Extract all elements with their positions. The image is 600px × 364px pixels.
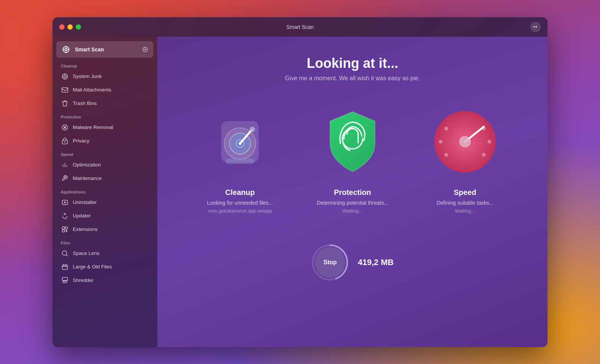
svg-point-7 [144,49,146,50]
protection-card-title: Protection [334,188,371,197]
trash-bins-label: Trash Bins [73,100,97,106]
cards-row: Cleanup Looking for unneeded files... co… [172,104,532,214]
large-files-icon [61,263,69,271]
system-junk-icon [61,72,69,81]
space-lens-label: Space Lens [73,250,99,256]
more-options-button[interactable]: •• [530,22,541,32]
privacy-label: Privacy [73,138,89,144]
svg-point-41 [444,153,448,157]
svg-point-1 [65,48,67,51]
main-window: Smart Scan •• Smart Scan [52,17,548,347]
malware-removal-label: Malware Removal [73,124,113,130]
speed-icon-wrapper [428,104,502,179]
sidebar-item-malware-removal[interactable]: Malware Removal [52,121,157,134]
section-header-cleanup: Cleanup [52,59,157,70]
malware-icon [61,123,69,132]
section-header-applications: Applications [52,185,157,196]
svg-point-39 [444,127,448,130]
space-lens-icon [61,249,69,258]
main-title: Looking at it... [307,55,398,71]
smart-scan-badge [141,46,149,53]
minimize-button[interactable] [68,24,73,30]
optimization-label: Optimization [73,162,101,168]
svg-line-27 [66,255,68,256]
speed-card-title: Speed [454,188,476,197]
sidebar-item-large-old-files[interactable]: Large & Old Files [52,260,157,274]
svg-point-44 [482,153,486,157]
sidebar-item-mail-attachments[interactable]: Mail Attachments [52,83,157,97]
sidebar-item-privacy[interactable]: Privacy [52,134,157,148]
maximize-button[interactable] [76,24,81,30]
mail-attachments-label: Mail Attachments [73,87,111,93]
sidebar-item-system-junk[interactable]: System Junk [52,70,157,83]
protection-card-status: Determining potential threats... [317,200,388,206]
optimization-icon [61,161,69,169]
svg-rect-23 [62,227,64,229]
protection-card-detail: Waiting... [342,208,363,214]
svg-rect-30 [62,280,68,281]
card-cleanup: Cleanup Looking for unneeded files... co… [191,104,289,214]
svg-rect-37 [226,159,254,164]
updater-label: Updater [73,213,91,219]
size-badge: 419,2 MB [358,258,393,267]
svg-point-36 [250,127,255,132]
card-protection: Protection Determining potential threats… [304,104,401,214]
svg-point-18 [64,141,66,142]
section-header-files: Files [52,236,157,247]
uninstaller-label: Uninstaller [73,199,97,205]
close-button[interactable] [59,24,64,30]
svg-point-9 [64,75,66,78]
svg-point-43 [488,140,491,144]
sidebar-item-space-lens[interactable]: Space Lens [52,247,157,260]
shredder-icon [61,276,69,285]
main-subtitle: Give me a moment. We all wish it was eas… [285,75,420,82]
section-header-speed: Speed [52,148,157,158]
svg-rect-14 [62,88,68,92]
sidebar-item-smart-scan[interactable]: Smart Scan [56,41,153,58]
bottom-area: Stop 419,2 MB [311,244,393,281]
sidebar-item-uninstaller[interactable]: Uninstaller [52,196,157,209]
svg-rect-29 [62,277,68,280]
sidebar-item-trash-bins[interactable]: Trash Bins [52,97,157,110]
privacy-icon [61,137,69,145]
sidebar-item-maintenance[interactable]: Maintenance [52,172,157,185]
system-junk-label: System Junk [73,73,102,79]
main-layout: Smart Scan Cleanup [52,37,548,347]
maintenance-label: Maintenance [73,175,102,181]
shredder-label: Shredder [73,277,94,283]
sidebar-item-extensions[interactable]: Extensions [52,223,157,236]
trash-icon [61,99,69,108]
cleanup-icon-wrapper [202,104,278,179]
maintenance-icon [61,174,69,183]
sidebar-item-optimization[interactable]: Optimization [52,158,157,172]
stop-button[interactable]: Stop [315,247,345,278]
cleanup-card-status: Looking for unneeded files... [207,200,273,206]
cleanup-card-title: Cleanup [225,188,255,197]
updater-icon [61,212,69,220]
smart-scan-label: Smart Scan [75,46,138,52]
speed-card-status: Defining suitable tasks... [436,200,494,206]
svg-point-40 [439,140,442,144]
cleanup-card-detail: com.getcleanshot.app-setapp [208,208,272,214]
svg-point-46 [460,136,470,147]
large-old-files-label: Large & Old Files [73,264,112,270]
card-speed: Speed Defining suitable tasks... Waiting… [416,104,514,214]
main-content: Looking at it... Give me a moment. We al… [158,37,548,347]
titlebar: Smart Scan •• [52,17,548,37]
sidebar-item-shredder[interactable]: Shredder [52,274,157,287]
section-header-protection: Protection [52,110,157,121]
svg-point-8 [62,74,68,79]
svg-rect-28 [62,265,68,270]
svg-rect-25 [62,230,64,232]
protection-icon-wrapper [315,104,390,179]
uninstaller-icon [61,198,69,207]
stop-button-wrapper: Stop [311,244,349,281]
window-title: Smart Scan [286,24,314,30]
extensions-label: Extensions [73,226,98,232]
svg-rect-24 [65,227,68,229]
sidebar: Smart Scan Cleanup [52,37,158,347]
mail-icon [61,86,69,94]
speed-card-detail: Waiting... [455,208,475,214]
traffic-lights [59,24,81,30]
sidebar-item-updater[interactable]: Updater [52,209,157,223]
